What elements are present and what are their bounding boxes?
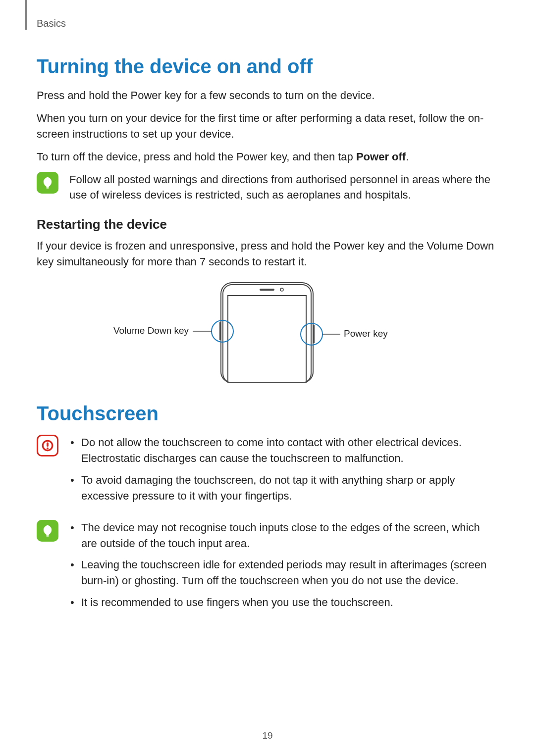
caution-row: Do not allow the touchscreen to come int… [37,435,497,510]
svg-rect-13 [47,443,49,447]
touch-note-item-2: Leaving the touchscreen idle for extende… [69,557,497,589]
note-icon-2 [37,520,58,542]
caution-list: Do not allow the touchscreen to come int… [69,435,497,504]
caution-item-1: Do not allow the touchscreen to come int… [69,435,497,466]
para-turn-on: Press and hold the Power key for a few s… [37,88,497,103]
touch-note-row: The device may not recognise touch input… [37,520,497,616]
diagram-label-volume-down: Volume Down key [113,325,189,336]
heading-turning-on-off: Turning the device on and off [37,55,497,78]
svg-rect-2 [223,285,311,383]
page-number: 19 [0,730,535,741]
para-turn-off: To turn off the device, press and hold t… [37,149,497,165]
heading-restarting: Restarting the device [37,217,497,232]
content: Turning the device on and off Press and … [37,50,497,626]
para-setup: When you turn on your device for the fir… [37,110,497,142]
breadcrumb: Basics [37,18,66,29]
note-warning-row: Follow all posted warnings and direction… [37,172,497,203]
svg-rect-0 [47,187,49,188]
svg-rect-7 [313,325,315,343]
note-icon [37,172,58,194]
heading-touchscreen: Touchscreen [37,403,497,425]
diagram-label-power-key: Power key [344,328,388,339]
para-turn-off-bold: Power off [356,151,406,163]
svg-rect-3 [260,289,274,291]
caution-body: Do not allow the touchscreen to come int… [69,435,497,510]
caution-icon [37,435,58,456]
note-text: Follow all posted warnings and direction… [69,172,497,203]
note-body: Follow all posted warnings and direction… [69,172,497,203]
svg-rect-6 [219,322,221,340]
para-restart: If your device is frozen and unresponsiv… [37,238,497,270]
para-turn-off-a: To turn off the device, press and hold t… [37,151,356,163]
device-diagram: Volume Down key Power key [69,279,465,383]
caution-item-2: To avoid damaging the touchscreen, do no… [69,472,497,504]
para-turn-off-c: . [406,151,409,163]
page: Basics Turning the device on and off Pre… [0,0,535,756]
page-tab-mark [25,0,27,30]
touch-note-list: The device may not recognise touch input… [69,520,497,610]
touch-note-body: The device may not recognise touch input… [69,520,497,616]
svg-rect-15 [47,535,49,536]
touch-note-item-1: The device may not recognise touch input… [69,520,497,552]
svg-point-14 [47,448,49,450]
touch-note-item-3: It is recommended to use fingers when yo… [69,595,497,610]
